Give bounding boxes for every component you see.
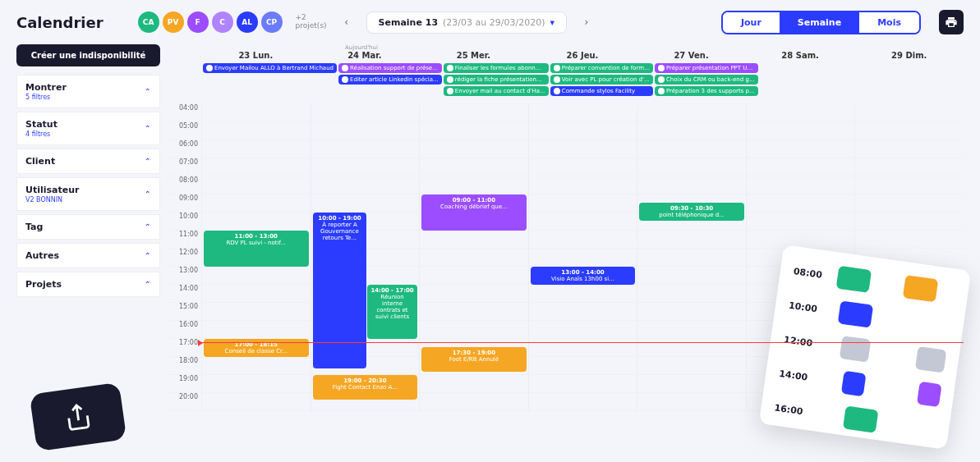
create-unavailability-button[interactable]: Créer une indisponibilité xyxy=(16,44,160,66)
chevron-up-icon: ⌃ xyxy=(145,222,151,231)
allday-event[interactable]: rédiger la fiche présentation... xyxy=(444,75,549,85)
prev-week-button[interactable]: ‹ xyxy=(337,12,357,32)
printer-icon xyxy=(945,16,958,29)
filter-item[interactable]: Montrer5 filtres⌃ xyxy=(16,75,160,108)
day-column[interactable]: 10:00 - 19:00À reporter A Gouvernance re… xyxy=(311,104,420,411)
preview-block xyxy=(841,371,867,396)
allday-event[interactable]: Finaliser les formules abonn... xyxy=(444,63,549,73)
hour-label: 05:00 xyxy=(168,122,198,140)
calendar-event[interactable]: 14:00 - 17:00Réunion interne contrats et… xyxy=(367,285,417,339)
day-column[interactable]: 13:00 - 14:00Visio Anaïs 13h00 si... xyxy=(528,104,637,411)
preview-time: 14:00 xyxy=(779,368,814,383)
allday-event[interactable]: Choix du CRM ou back-end g... xyxy=(655,75,758,85)
preview-block xyxy=(836,266,872,293)
preview-block xyxy=(843,405,879,432)
avatar[interactable]: CA xyxy=(138,11,159,33)
hour-label: 10:00 xyxy=(168,213,198,231)
avatar[interactable]: PV xyxy=(163,11,184,33)
hour-label: 11:00 xyxy=(168,231,198,249)
hour-label: 08:00 xyxy=(168,176,198,194)
calendar-event[interactable]: 17:30 - 19:00Foot E/RB Annulé xyxy=(421,347,527,372)
allday-event[interactable]: Envoyer mail au contact d'Ha... xyxy=(444,86,549,96)
preview-card: 08:0010:0012:0014:0016:00 xyxy=(759,245,971,450)
filter-item[interactable]: Tag⌃ xyxy=(16,214,160,240)
day-column[interactable]: 09:30 - 10:30point téléphonique d... xyxy=(637,104,746,411)
hour-label: 20:00 xyxy=(168,393,198,411)
calendar-event[interactable]: 09:30 - 10:30point téléphonique d... xyxy=(639,203,744,221)
project-count: +2projet(s) xyxy=(296,14,327,30)
preview-block xyxy=(903,275,939,302)
next-week-button[interactable]: › xyxy=(577,12,596,32)
allday-event[interactable]: Réalisation support de prése... xyxy=(338,63,442,73)
hour-label: 12:00 xyxy=(168,249,198,267)
day-header: 29 Dim. xyxy=(854,51,964,60)
hour-label: 09:00 xyxy=(168,194,198,213)
hour-label: 16:00 xyxy=(168,321,198,339)
view-week-button[interactable]: Semaine xyxy=(780,12,859,33)
avatar[interactable]: F xyxy=(187,11,209,33)
calendar-event[interactable]: 09:00 - 11:00Coaching débrief que... xyxy=(421,194,527,231)
avatar[interactable]: CP xyxy=(261,11,283,33)
chevron-up-icon: ⌃ xyxy=(145,280,151,289)
day-header: 28 Sam. xyxy=(746,51,855,60)
chevron-up-icon: ⌃ xyxy=(145,251,151,260)
calendar-event[interactable]: 11:00 - 13:00RDV PL suivi - notif... xyxy=(204,231,309,267)
today-label: Aujourd'hui xyxy=(308,44,415,51)
day-header: 27 Ven. xyxy=(637,51,746,60)
filter-item[interactable]: UtilisateurV2 BONNIN⌃ xyxy=(16,177,160,211)
allday-row: Envoyer Mailou ALLO à Bertrand MichaudRé… xyxy=(168,63,964,98)
hour-label: 06:00 xyxy=(168,140,198,158)
hour-label: 04:00 xyxy=(168,104,198,122)
hour-label: 13:00 xyxy=(168,267,198,285)
allday-event[interactable]: Editer article Linkedin spécia... xyxy=(338,75,442,85)
hour-label: 14:00 xyxy=(168,285,198,303)
week-selector[interactable]: Semaine 13(23/03 au 29/03/2020)▾ xyxy=(366,11,567,34)
day-header: 25 Mer. xyxy=(419,51,528,60)
hour-label: 19:00 xyxy=(168,375,198,393)
filter-item[interactable]: Client⌃ xyxy=(16,149,160,174)
avatar[interactable]: AL xyxy=(237,11,258,33)
day-header: 23 Lun. xyxy=(201,51,311,60)
chevron-up-icon: ⌃ xyxy=(145,87,151,96)
preview-block xyxy=(840,336,872,363)
share-icon xyxy=(62,401,94,432)
filter-item[interactable]: Statut4 filtres⌃ xyxy=(16,112,160,145)
preview-block xyxy=(917,382,942,407)
print-button[interactable] xyxy=(939,10,964,34)
sidebar: Créer une indisponibilité Montrer5 filtr… xyxy=(16,44,160,408)
hour-label: 17:00 xyxy=(168,339,198,357)
day-header: 26 Jeu. xyxy=(528,51,637,60)
allday-event[interactable]: Préparer convention de form... xyxy=(550,63,653,73)
preview-time: 10:00 xyxy=(788,300,823,315)
chevron-up-icon: ⌃ xyxy=(145,190,151,199)
preview-block xyxy=(838,300,874,327)
allday-event[interactable]: Envoyer Mailou ALLO à Bertrand Michaud xyxy=(203,63,337,73)
avatar[interactable]: C xyxy=(212,11,233,33)
now-indicator xyxy=(201,342,964,343)
day-header: 24 Mar. xyxy=(311,51,420,60)
chevron-up-icon: ⌃ xyxy=(145,124,151,133)
view-month-button[interactable]: Mois xyxy=(859,12,919,33)
allday-event[interactable]: Préparation 3 des supports p... xyxy=(655,86,758,96)
day-column[interactable]: 11:00 - 13:00RDV PL suivi - notif...17:0… xyxy=(201,104,311,411)
view-toggle: Jour Semaine Mois xyxy=(721,11,921,34)
allday-event[interactable]: Commande stylos Facility xyxy=(550,86,653,96)
day-column[interactable]: 09:00 - 11:00Coaching débrief que...17:3… xyxy=(419,104,528,411)
calendar-event[interactable]: 10:00 - 19:00À reporter A Gouvernance re… xyxy=(313,213,367,368)
view-day-button[interactable]: Jour xyxy=(723,12,780,33)
allday-event[interactable]: Préparer présentation PPT U... xyxy=(655,63,758,73)
hour-label: 18:00 xyxy=(168,357,198,375)
page-title: Calendrier xyxy=(16,14,104,31)
avatar-group: CAPVFCALCP xyxy=(138,11,283,33)
filter-item[interactable]: Autres⌃ xyxy=(16,243,160,268)
calendar-event[interactable]: 19:00 - 20:30Fight Contact Enzo A... xyxy=(313,375,418,400)
allday-event[interactable]: Voir avec PL pour création d'... xyxy=(550,75,653,85)
day-headers: 23 Lun.24 Mar.25 Mer.26 Jeu.27 Ven.28 Sa… xyxy=(168,51,964,63)
preview-block xyxy=(915,346,947,373)
filter-item[interactable]: Projets⌃ xyxy=(16,272,160,297)
filter-list: Montrer5 filtres⌃Statut4 filtres⌃Client⌃… xyxy=(16,75,160,297)
calendar-event[interactable]: 13:00 - 14:00Visio Anaïs 13h00 si... xyxy=(531,267,636,285)
share-widget[interactable] xyxy=(30,382,127,452)
preview-time: 08:00 xyxy=(793,266,828,281)
hour-label: 15:00 xyxy=(168,303,198,321)
